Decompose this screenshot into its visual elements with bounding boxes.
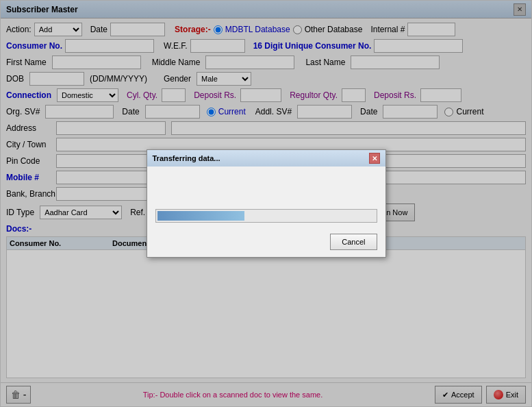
dialog-close-button[interactable]: ✕ bbox=[369, 153, 380, 164]
cancel-button[interactable]: Cancel bbox=[330, 234, 377, 250]
dialog-footer: Cancel bbox=[147, 231, 385, 257]
dialog-title-text: Transferring data... bbox=[153, 154, 220, 162]
progress-bar-container bbox=[155, 209, 377, 223]
progress-bar-fill bbox=[157, 211, 244, 221]
transferring-dialog: Transferring data... ✕ Cancel bbox=[147, 149, 386, 258]
dialog-overlay: Transferring data... ✕ Cancel bbox=[1, 1, 531, 406]
dialog-title-bar: Transferring data... ✕ bbox=[147, 150, 385, 166]
dialog-body bbox=[147, 166, 385, 231]
main-window: Subscriber Master ✕ Action: Add Date 05/… bbox=[0, 0, 532, 407]
